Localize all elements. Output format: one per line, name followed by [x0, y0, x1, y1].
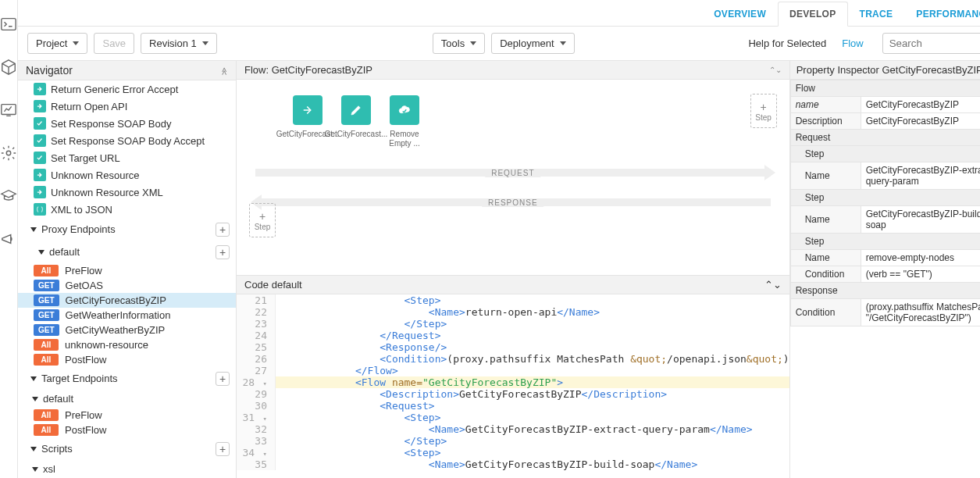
method-badge: GET: [34, 294, 59, 306]
policy-label: XML to JSON: [51, 204, 112, 216]
code-line[interactable]: 33 </Step>: [237, 435, 789, 447]
tab-trace[interactable]: TRACE: [848, 2, 905, 26]
proxy-flow-item[interactable]: All PostFlow: [18, 352, 236, 367]
inspector-header: Property Inspector GetCityForecastByZIP …: [790, 61, 980, 80]
proxy-default[interactable]: default: [24, 243, 86, 261]
proxy-flow-item[interactable]: All unknown-resource: [18, 337, 236, 352]
target-flow-item[interactable]: All PreFlow: [18, 408, 236, 423]
proxy-flow-item[interactable]: GET GetWeatherInformation: [18, 308, 236, 323]
code-line[interactable]: 35 <Name>GetCityForecastByZIP-build-soap…: [237, 458, 789, 470]
policy-item[interactable]: Set Response SOAP Body: [18, 115, 236, 132]
add-step-response[interactable]: +Step: [249, 203, 276, 237]
inspector-key: Description: [790, 113, 861, 130]
inspector-section: Step: [790, 190, 980, 206]
target-flow-item[interactable]: All PostFlow: [18, 423, 236, 437]
tools-menu[interactable]: Tools: [433, 33, 485, 54]
policy-item[interactable]: Set Response SOAP Body Accept: [18, 132, 236, 149]
code-line[interactable]: 34 ▾ <Step>: [237, 447, 789, 458]
inspector-key: Condition: [790, 266, 861, 283]
xsl-folder[interactable]: xsl: [18, 460, 236, 478]
code-line[interactable]: 27 </Flow>: [237, 365, 789, 376]
save-button[interactable]: Save: [94, 33, 134, 54]
policy-step[interactable]: RemoveEmpty ...: [385, 95, 424, 148]
code-line[interactable]: 29 <Description>GetCityForecastByZIP</De…: [237, 388, 789, 400]
proxy-flow-item[interactable]: All PreFlow: [18, 263, 236, 278]
navigator-panel: Navigator ≪ Return Generic Error Accept …: [18, 61, 237, 478]
code-line[interactable]: 31 ▾ <Step>: [237, 412, 789, 423]
policy-item[interactable]: Set Target URL: [18, 149, 236, 166]
collapse-flow-icon[interactable]: ⌃⌄: [769, 66, 782, 74]
add-button[interactable]: +: [216, 245, 230, 259]
flow-canvas: GetCityForecast... GetCityForecast... Re…: [237, 80, 789, 275]
svg-point-2: [6, 151, 11, 155]
code-editor[interactable]: 21 <Step> 22 <Name>return-open-api</Name…: [237, 294, 789, 478]
policy-icon: [34, 169, 46, 181]
code-line[interactable]: 26 <Condition>(proxy.pathsuffix MatchesP…: [237, 353, 789, 365]
target-default[interactable]: default: [18, 390, 236, 408]
code-line[interactable]: 30 <Request>: [237, 400, 789, 412]
policy-step[interactable]: GetCityForecast...: [337, 95, 376, 148]
scripts-section[interactable]: Scripts: [24, 440, 79, 458]
icon-rail: [0, 0, 18, 478]
policy-item[interactable]: Unknown Resource: [18, 166, 236, 184]
collapse-navigator-icon[interactable]: ≪: [220, 66, 229, 74]
learn-icon[interactable]: [0, 187, 17, 207]
code-line[interactable]: 22 <Name>return-open-api</Name>: [237, 306, 789, 318]
flow-help-link[interactable]: Flow: [842, 37, 863, 49]
proxy-flow-item[interactable]: GET GetOAS: [18, 278, 236, 293]
revision-menu[interactable]: Revision 1: [141, 33, 217, 54]
inspector-key: Name: [790, 162, 861, 190]
target-endpoints-section[interactable]: Target Endpoints: [24, 369, 124, 387]
inspector-row: Name remove-empty-nodes: [790, 250, 980, 266]
inspector-value: GetCityForecastByZIP: [861, 97, 980, 113]
tab-overview[interactable]: OVERVIEW: [702, 2, 778, 26]
add-step-request[interactable]: +Step: [750, 94, 777, 128]
code-line[interactable]: 24 </Request>: [237, 330, 789, 341]
search-input[interactable]: [882, 33, 980, 54]
collapse-code-icon[interactable]: ⌃⌄: [764, 279, 782, 291]
flow-name: GetCityWeatherByZIP: [66, 324, 166, 336]
method-badge: All: [34, 424, 59, 436]
policy-label: Set Response SOAP Body: [51, 118, 171, 130]
add-button[interactable]: +: [216, 442, 230, 456]
proxy-flow-item[interactable]: GET GetCityForecastByZIP: [18, 293, 236, 308]
tab-develop[interactable]: DEVELOP: [778, 2, 847, 27]
policy-item[interactable]: Return Open API: [18, 98, 236, 115]
deployment-menu[interactable]: Deployment: [491, 33, 574, 54]
code-line[interactable]: 32 <Name>GetCityForecastByZIP-extract-qu…: [237, 423, 789, 435]
code-line[interactable]: 21 <Step>: [237, 294, 789, 306]
flow-name: PreFlow: [65, 409, 102, 421]
analytics-icon[interactable]: [0, 102, 17, 121]
gear-icon[interactable]: [0, 144, 17, 164]
flow-header: Flow: GetCityForecastByZIP ⌃⌄: [237, 61, 789, 80]
top-tabs: OVERVIEW DEVELOP TRACE PERFORMANCE: [18, 0, 980, 27]
policy-item[interactable]: Unknown Resource XML: [18, 184, 236, 201]
package-icon[interactable]: [0, 59, 17, 78]
inspector-row: Name GetCityForecastByZIP-build-soap: [790, 206, 980, 234]
policy-step[interactable]: GetCityForecast...: [288, 95, 327, 148]
add-button[interactable]: +: [216, 223, 230, 237]
policy-item[interactable]: Return Generic Error Accept: [18, 80, 236, 98]
policy-icon: [34, 186, 46, 198]
tab-performance[interactable]: PERFORMANCE: [904, 2, 980, 26]
flow-name: PreFlow: [65, 265, 102, 276]
code-line[interactable]: 28 ▾ <Flow name="GetCityForecastByZIP">: [237, 376, 789, 388]
proxy-endpoints-section[interactable]: Proxy Endpoints: [24, 220, 122, 238]
inspector-key: name: [790, 97, 861, 113]
center-panel: Flow: GetCityForecastByZIP ⌃⌄ GetCityFor…: [237, 61, 790, 478]
policy-step-icon: [293, 95, 323, 125]
flow-name: GetCityForecastByZIP: [66, 294, 166, 306]
inspector-value: GetCityForecastByZIP-extract-query-param: [861, 162, 980, 190]
inspector-key: Name: [790, 206, 861, 234]
add-button[interactable]: +: [216, 372, 230, 386]
terminal-icon[interactable]: [0, 16, 17, 35]
policy-item[interactable]: XML to JSON: [18, 201, 236, 218]
code-line[interactable]: 25 <Response/>: [237, 341, 789, 353]
project-menu[interactable]: Project: [27, 33, 87, 54]
announce-icon[interactable]: [0, 230, 17, 250]
inspector-section: Flow: [790, 80, 980, 97]
code-line[interactable]: 23 </Step>: [237, 318, 789, 330]
policy-icon: [34, 117, 46, 130]
policy-label: Unknown Resource XML: [51, 187, 163, 198]
proxy-flow-item[interactable]: GET GetCityWeatherByZIP: [18, 323, 236, 337]
